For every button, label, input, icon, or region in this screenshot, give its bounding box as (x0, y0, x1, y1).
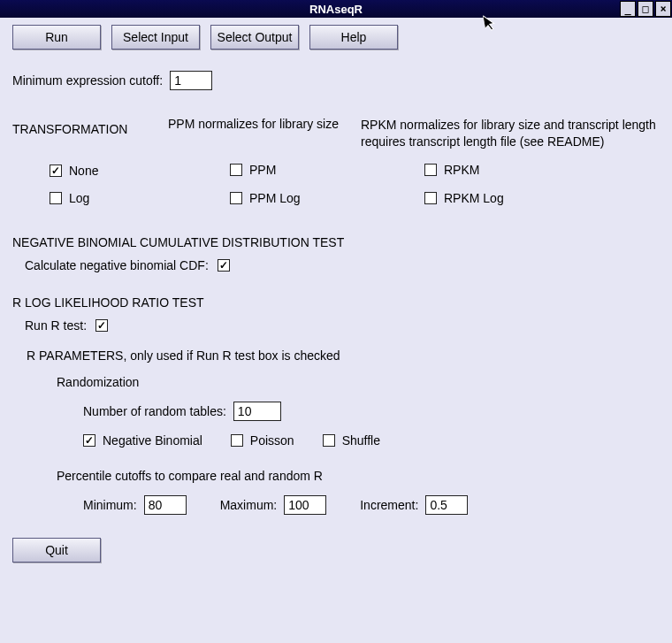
method-poisson-label: Poisson (250, 433, 294, 448)
inc-label: Increment: (360, 498, 418, 512)
max-input[interactable] (284, 495, 326, 515)
rpkm-note-line1: RPKM normalizes for library size and tra… (361, 117, 660, 134)
log-checkbox-wrap[interactable]: Log (50, 191, 89, 205)
log-checkbox[interactable] (50, 192, 62, 204)
close-button[interactable]: × (655, 1, 671, 17)
method-poisson-wrap[interactable]: Poisson (231, 433, 294, 448)
min-label: Minimum: (83, 498, 137, 512)
ppm-note: PPM normalizes for library size (168, 106, 361, 150)
method-negbin-label: Negative Binomial (103, 433, 202, 448)
ppm-log-label: PPM Log (249, 191, 301, 205)
transform-row2: Log PPM Log RPKM Log (12, 191, 660, 207)
rpkm-log-label: RPKM Log (444, 191, 504, 205)
negbin-row: Calculate negative binomial CDF: (12, 258, 660, 272)
ppm-checkbox[interactable] (230, 164, 242, 176)
select-input-button[interactable]: Select Input (111, 25, 200, 50)
quit-button[interactable]: Quit (12, 538, 101, 563)
randomization-methods-row: Negative Binomial Poisson Shuffle (12, 433, 660, 448)
quit-row: Quit (12, 538, 660, 563)
window-controls: _ □ × (619, 0, 672, 18)
ppm-checkbox-wrap[interactable]: PPM (230, 163, 276, 177)
method-negbin-wrap[interactable]: Negative Binomial (83, 433, 202, 448)
inc-input[interactable] (425, 495, 468, 515)
none-checkbox[interactable] (50, 165, 62, 177)
run-button[interactable]: Run (12, 25, 101, 50)
method-negbin-checkbox[interactable] (83, 434, 95, 447)
min-expr-input[interactable] (170, 71, 212, 90)
num-tables-label: Number of random tables: (83, 404, 226, 418)
num-tables-row: Number of random tables: (12, 402, 660, 421)
ppm-label: PPM (249, 163, 276, 177)
rpkm-checkbox-wrap[interactable]: RPKM (424, 163, 479, 177)
randomization-heading: Randomization (12, 375, 660, 389)
select-output-button[interactable]: Select Output (210, 25, 299, 50)
percentile-heading: Percentile cutoffs to compare real and r… (12, 469, 660, 483)
transformation-header-row: TRANSFORMATION PPM normalizes for librar… (12, 106, 660, 150)
r-params-note: R PARAMETERS, only used if Run R test bo… (12, 348, 660, 363)
maximize-button[interactable]: □ (638, 1, 653, 17)
max-label: Maximum: (220, 498, 278, 512)
window-title: RNAseqR (0, 3, 672, 16)
minimize-button[interactable]: _ (620, 1, 636, 17)
rpkm-note: RPKM normalizes for library size and tra… (361, 106, 660, 150)
rpkm-note-line2: requires transcript length file (see REA… (361, 134, 660, 150)
method-poisson-checkbox[interactable] (231, 434, 243, 447)
min-expr-row: Minimum expression cutoff: (12, 71, 660, 90)
ppm-log-checkbox-wrap[interactable]: PPM Log (230, 191, 301, 205)
rpkm-checkbox[interactable] (424, 164, 437, 176)
rpkm-log-checkbox-wrap[interactable]: RPKM Log (424, 191, 504, 205)
method-shuffle-wrap[interactable]: Shuffle (323, 433, 380, 448)
titlebar: RNAseqR _ □ × (0, 0, 672, 18)
negbin-checkbox[interactable] (218, 259, 230, 272)
method-shuffle-label: Shuffle (342, 433, 380, 448)
rpkm-log-checkbox[interactable] (424, 192, 437, 204)
rtest-heading: R LOG LIKELIHOOD RATIO TEST (12, 295, 660, 310)
toolbar: Run Select Input Select Output Help (12, 25, 660, 50)
runr-row: Run R test: (12, 318, 660, 333)
num-tables-input[interactable] (233, 402, 281, 421)
rpkm-label: RPKM (444, 163, 479, 177)
none-label: None (69, 164, 98, 178)
negbin-label: Calculate negative binomial CDF: (25, 258, 209, 272)
transformation-heading: TRANSFORMATION (12, 122, 168, 142)
none-checkbox-wrap[interactable]: None (50, 164, 98, 178)
negbin-heading: NEGATIVE BINOMIAL CUMULATIVE DISTRIBUTIO… (12, 235, 660, 249)
ppm-log-checkbox[interactable] (230, 192, 242, 204)
transform-row1: None PPM RPKM (12, 163, 660, 179)
runr-label: Run R test: (25, 318, 87, 333)
help-button[interactable]: Help (309, 25, 398, 50)
log-label: Log (69, 191, 89, 205)
runr-checkbox[interactable] (95, 319, 108, 332)
method-shuffle-checkbox[interactable] (323, 434, 335, 447)
percentile-row: Minimum: Maximum: Increment: (12, 495, 660, 515)
min-input[interactable] (144, 495, 187, 515)
min-expr-label: Minimum expression cutoff: (12, 73, 163, 88)
content-area: Run Select Input Select Output Help Mini… (0, 18, 672, 570)
